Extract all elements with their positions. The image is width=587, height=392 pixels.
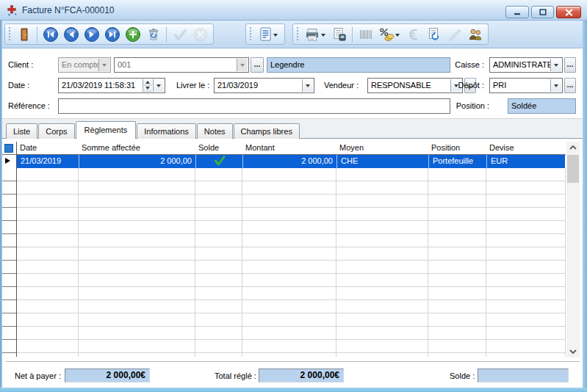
chevron-down-icon: [302, 79, 313, 92]
date-value: 21/03/2019 11:58:31: [62, 81, 135, 90]
totals-separator: [6, 361, 580, 362]
client-label: Client :: [8, 57, 33, 73]
nav-next-button[interactable]: [82, 25, 101, 44]
client-mode-select: En compte: [58, 57, 111, 73]
client-code-combo[interactable]: 001: [114, 57, 249, 73]
client-name-field: Legendre: [267, 57, 450, 73]
nav-first-icon: [43, 26, 59, 43]
close-icon: [565, 9, 573, 16]
validate-check-icon: [172, 26, 188, 43]
scroll-up-button[interactable]: [566, 142, 580, 153]
form-list-icon: [259, 26, 273, 42]
position-label: Position :: [443, 98, 489, 114]
toolbar-grip[interactable]: [296, 27, 300, 42]
trash-icon: [145, 26, 162, 43]
caisse-ellipsis-button[interactable]: ...: [564, 57, 576, 73]
toolbar-grip[interactable]: [249, 27, 253, 42]
add-record-button[interactable]: [123, 25, 143, 44]
livrer-select[interactable]: 21/03/2019: [214, 78, 314, 93]
invoice-window: Facture N°FCA-000010: [0, 0, 587, 392]
grid-select-all[interactable]: [4, 144, 13, 153]
depot-ellipsis-button[interactable]: ...: [564, 78, 576, 93]
client-mode-value: En compte: [62, 60, 101, 69]
cell-position[interactable]: Portefeuille: [428, 155, 486, 168]
barcode-button: [356, 25, 375, 44]
spin-down-icon[interactable]: [143, 86, 152, 92]
chevron-down-icon: [321, 34, 325, 39]
column-header-somme-affectee[interactable]: Somme affectée: [79, 142, 195, 155]
toolbar-separator: [166, 26, 167, 43]
cell-devise[interactable]: EUR: [486, 155, 565, 168]
cell-somme-affectee[interactable]: 2 000,00: [79, 155, 195, 168]
cell-montant[interactable]: 2 000,00: [242, 155, 336, 168]
nav-last-icon: [104, 26, 120, 43]
date-spinner[interactable]: [143, 79, 152, 92]
form-list-button[interactable]: [255, 25, 281, 44]
print-button[interactable]: [302, 25, 328, 44]
window-border-bottom: [0, 388, 587, 392]
caisse-select[interactable]: ADMINISTRATE: [489, 57, 563, 73]
discount-percent-button[interactable]: [376, 25, 403, 44]
column-header-position[interactable]: Position: [428, 142, 486, 155]
column-header-solde[interactable]: Solde: [195, 142, 242, 155]
clients-button[interactable]: [465, 25, 485, 44]
date-input[interactable]: 21/03/2019 11:58:31: [58, 78, 165, 93]
client-lookup-ellipsis-button[interactable]: ...: [251, 57, 264, 73]
column-header-date[interactable]: Date: [17, 142, 79, 155]
tab-reglements[interactable]: Règlements: [76, 121, 137, 139]
delete-record-button[interactable]: [143, 25, 163, 44]
minimize-button[interactable]: [505, 6, 529, 18]
cell-date[interactable]: 21/03/2019: [17, 155, 79, 168]
toolbar-grip[interactable]: [8, 27, 12, 42]
exit-door-button[interactable]: [14, 25, 34, 44]
maximize-button[interactable]: [531, 6, 554, 18]
nav-previous-icon: [63, 26, 79, 43]
tab-notes[interactable]: Notes: [197, 123, 233, 139]
close-button[interactable]: [556, 6, 581, 18]
window-title: Facture N°FCA-000010: [22, 5, 115, 15]
depot-select[interactable]: PRI: [489, 78, 563, 93]
vendeur-label: Vendeur :: [324, 78, 359, 93]
column-header-montant[interactable]: Montant: [242, 142, 336, 155]
app-icon: [6, 4, 18, 16]
nav-first-button[interactable]: [40, 25, 60, 44]
toolbar-separator: [352, 26, 353, 43]
vertical-scrollbar[interactable]: [566, 142, 580, 357]
vendeur-value: RESPONSABLE: [371, 81, 431, 90]
grid-empty-rows[interactable]: [17, 168, 565, 357]
tab-corps[interactable]: Corps: [38, 123, 74, 139]
grid-column-line: [565, 168, 566, 357]
cell-solde[interactable]: [195, 155, 242, 168]
minimize-icon: [514, 9, 521, 15]
chevron-up-icon: [569, 145, 577, 150]
net-a-payer-label: Net à payer :: [15, 369, 61, 382]
nav-previous-button[interactable]: [61, 25, 81, 44]
clients-icon: [467, 26, 483, 43]
date-label: Date :: [8, 78, 29, 93]
chevron-down-icon: [273, 34, 278, 39]
cell-moyen[interactable]: CHE: [336, 155, 428, 168]
print-preview-button[interactable]: [329, 25, 349, 44]
tab-champs-libres[interactable]: Champs libres: [234, 123, 300, 139]
nav-next-icon: [84, 26, 100, 43]
add-record-icon: [125, 26, 141, 43]
tab-informations[interactable]: Informations: [137, 123, 196, 139]
reference-input[interactable]: [58, 98, 450, 114]
scrollbar-thumb[interactable]: [567, 155, 579, 183]
document-refresh-button[interactable]: [424, 25, 444, 44]
position-field: Soldée: [508, 98, 576, 114]
window-border-right: [583, 21, 587, 392]
spin-up-icon[interactable]: [143, 79, 152, 86]
total-regle-value: 2 000,00€: [259, 369, 344, 382]
scroll-down-button[interactable]: [566, 346, 580, 357]
column-header-devise[interactable]: Devise: [486, 142, 565, 155]
print-preview-icon: [331, 26, 347, 43]
validate-check-button: [170, 25, 190, 44]
tab-liste[interactable]: Liste: [6, 123, 37, 139]
chevron-down-icon[interactable]: [153, 79, 164, 92]
cancel-x-icon: [192, 26, 209, 43]
maximize-icon: [539, 9, 547, 15]
column-header-moyen[interactable]: Moyen: [336, 142, 428, 155]
nav-last-button[interactable]: [102, 25, 122, 44]
toolbar-separator: [37, 26, 37, 43]
